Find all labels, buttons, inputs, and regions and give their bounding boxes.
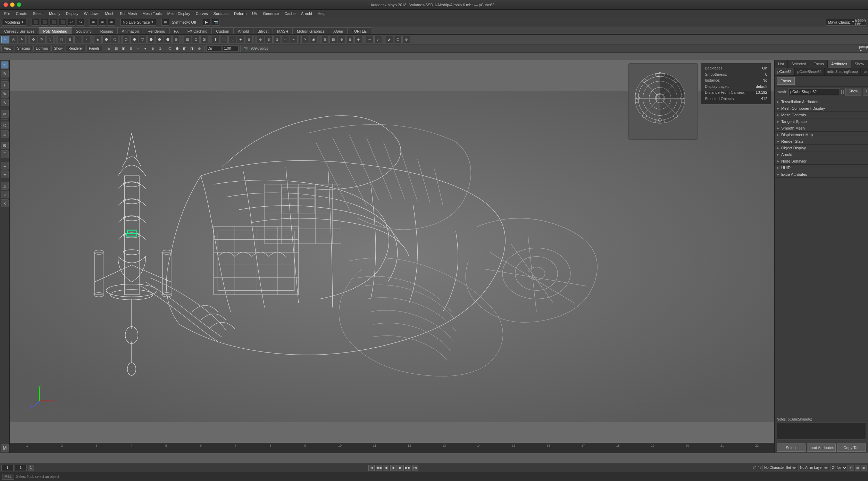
attr-mesh-component[interactable]: ▶ Mesh Component Display <box>775 105 868 112</box>
loop-btn[interactable]: ⊙ <box>257 36 264 43</box>
view-icon-11[interactable]: ◧ <box>182 45 188 52</box>
mode-dropdown[interactable]: Modeling ▼ <box>2 19 26 26</box>
attr-smooth-mesh[interactable]: ▶ Smooth Mesh <box>775 125 868 132</box>
rp-tab-attributes[interactable]: Attributes <box>828 60 851 68</box>
show-manip-icon[interactable]: ☰ <box>1 130 9 138</box>
merge-btn[interactable]: ◈ <box>237 36 244 43</box>
attr-uuid[interactable]: ▶ UUID <box>775 165 868 171</box>
attr-node-behavior[interactable]: ▶ Node Behavior <box>775 158 868 165</box>
tb-icon-5[interactable]: ↩ <box>68 19 75 26</box>
poly-icon-2[interactable]: ⬢ <box>131 36 138 43</box>
step-fwd-button[interactable]: ▶▶ <box>405 465 411 471</box>
view-menu[interactable]: View <box>1 46 14 51</box>
isolate-sel[interactable]: ◈ <box>94 36 102 43</box>
view-icon-1[interactable]: ◈ <box>106 45 112 52</box>
menu-windows[interactable]: Windows <box>81 11 102 16</box>
cam-icon[interactable]: 📷 <box>242 45 249 52</box>
maya-icon[interactable]: M <box>1 444 9 452</box>
view-icon-2[interactable]: ⊡ <box>113 45 119 52</box>
tl-icon-3[interactable]: ◉ <box>861 465 867 471</box>
sculpt-icon[interactable]: ○ <box>1 191 9 198</box>
rotate-icon[interactable]: ↻ <box>1 90 9 98</box>
bool-inter[interactable]: ⊗ <box>354 36 362 43</box>
tab-animation[interactable]: Animation <box>118 27 143 34</box>
universal-icon[interactable]: ⊕ <box>1 110 9 118</box>
attr-displacement[interactable]: ▶ Displacement Map <box>775 132 868 138</box>
tl-icon-1[interactable]: ↩ <box>849 465 854 471</box>
hide-geo[interactable]: ⬡ <box>111 36 118 43</box>
attr-tangent-space[interactable]: ▶ Tangent Space <box>775 118 868 125</box>
tab-rendering[interactable]: Rendering <box>143 27 170 34</box>
layer-icon-2[interactable]: ≡ <box>1 171 9 178</box>
snap-icon[interactable]: ⊠ <box>1 142 9 149</box>
tab-rigging[interactable]: Rigging <box>96 27 118 34</box>
checkbox-1[interactable] <box>841 90 842 94</box>
fps-dropdown[interactable]: 24 fps <box>830 465 848 471</box>
view-icon-7[interactable]: ⊕ <box>150 45 156 52</box>
menu-generate[interactable]: Generate <box>260 11 282 16</box>
attr-object-display[interactable]: ▶ Object Display <box>775 145 868 151</box>
paint-sel-icon[interactable]: ✎ <box>1 70 9 77</box>
tb-snap-2[interactable]: ⊕ <box>99 19 106 26</box>
tb-cam-icon[interactable]: 📷 <box>212 19 219 26</box>
hide-button[interactable]: Hide <box>863 88 868 96</box>
view-icon-8[interactable]: ⊗ <box>157 45 163 52</box>
layer-indicator[interactable]: 1 <box>28 465 34 471</box>
tab-mash[interactable]: MASH <box>273 27 293 34</box>
tb-render-icon[interactable]: ▶ <box>203 19 210 26</box>
tab-motion-graphics[interactable]: Motion Graphics <box>293 27 329 34</box>
snap-grid[interactable]: ⊞ <box>66 36 74 43</box>
select-button[interactable]: Select <box>777 443 806 452</box>
shading-menu[interactable]: Shading <box>15 46 33 51</box>
poly-icon-9[interactable]: ⊡ <box>192 36 200 43</box>
tab-fx[interactable]: FX <box>170 27 183 34</box>
lighting-menu[interactable]: Lighting <box>33 46 50 51</box>
tb-icon-2[interactable]: ⬛ <box>41 19 48 26</box>
soft-sel[interactable]: ⬡ <box>58 36 65 43</box>
value2-input[interactable] <box>223 45 239 52</box>
poly-icon-3[interactable]: ▽ <box>139 36 147 43</box>
menu-uv[interactable]: UV <box>249 11 260 16</box>
separate-btn[interactable]: ⊟ <box>329 36 337 43</box>
attr-mesh-controls[interactable]: ▶ Mesh Controls <box>775 112 868 118</box>
menu-file[interactable]: File <box>1 11 13 16</box>
notes-textarea[interactable] <box>777 422 866 440</box>
poly-icon-10[interactable]: ⊠ <box>200 36 208 43</box>
tb-icon-6[interactable]: ↪ <box>77 19 84 26</box>
mirror-btn[interactable]: ⇔ <box>366 36 374 43</box>
live-surface-dropdown[interactable]: No Live Surface ▼ <box>120 19 156 26</box>
tab-bifrost[interactable]: Bifrost <box>253 27 273 34</box>
paint-btn[interactable]: 🖌 <box>386 36 393 43</box>
view-icon-5[interactable]: ○ <box>135 45 141 52</box>
ring-btn[interactable]: ⊚ <box>265 36 273 43</box>
skip-fwd-button[interactable]: ⏭ <box>412 465 418 471</box>
view-icon-6[interactable]: ● <box>142 45 149 52</box>
menu-create[interactable]: Create <box>13 11 30 16</box>
weld-btn[interactable]: ⊕ <box>245 36 253 43</box>
scale-icon[interactable]: ⤡ <box>1 99 9 106</box>
fill-hole[interactable]: ◉ <box>310 36 317 43</box>
paint-sel[interactable]: ✎ <box>18 36 26 43</box>
focus-button[interactable]: Focus <box>777 77 795 85</box>
panels-menu[interactable]: Panels <box>86 46 102 51</box>
attr-extra[interactable]: ▶ Extra Attributes <box>775 171 868 178</box>
stop-button[interactable]: ■ <box>390 465 397 471</box>
view-icon-3[interactable]: ▣ <box>120 45 127 52</box>
offset-btn[interactable]: ⊜ <box>273 36 281 43</box>
poly-icon-8[interactable]: ⊟ <box>184 36 191 43</box>
attr-tessellation[interactable]: ▶ Tessellation Attributes <box>775 99 868 105</box>
node-tab-pcubeshape62[interactable]: pCubeShape62 <box>795 68 825 75</box>
copy-tab-button[interactable]: Copy Tab <box>837 443 866 452</box>
show-menu[interactable]: Show <box>51 46 65 51</box>
minimize-button[interactable] <box>10 2 15 7</box>
frame-current-input[interactable] <box>15 465 27 471</box>
rp-tab-selected[interactable]: Selected <box>788 60 810 68</box>
workspace-dropdown[interactable]: Maya Classic ▼ <box>826 19 857 26</box>
tb-icon-4[interactable]: ⬛ <box>59 19 66 26</box>
relax-btn[interactable]: ⊙ <box>402 36 410 43</box>
smooth-btn[interactable]: ⬡ <box>394 36 402 43</box>
menu-mesh[interactable]: Mesh <box>102 11 117 16</box>
tab-poly-modeling[interactable]: Poly Modeling <box>39 27 72 34</box>
combine-btn[interactable]: ⊞ <box>321 36 329 43</box>
scale-tool[interactable]: ⤡ <box>46 36 54 43</box>
